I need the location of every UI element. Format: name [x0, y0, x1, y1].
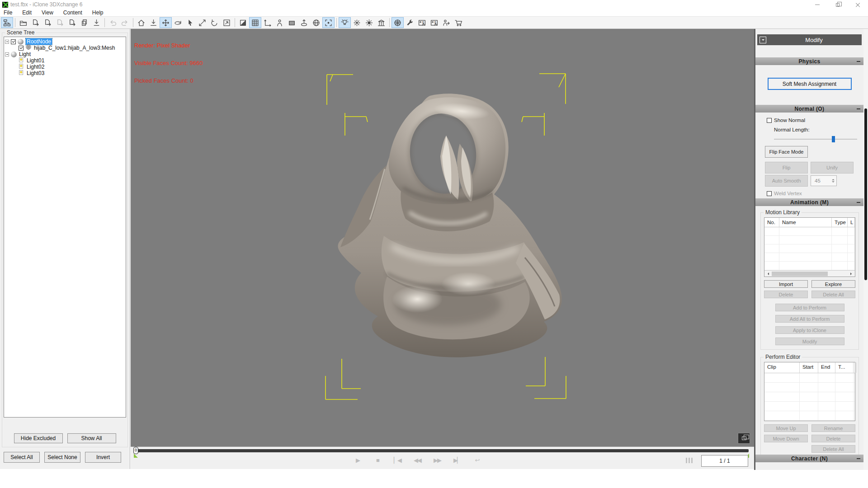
move-down-button[interactable]: Move Down	[764, 435, 808, 442]
flip-face-mode-button[interactable]: Flip Face Mode	[765, 146, 808, 158]
tree-node-rootnode[interactable]: RootNode	[5, 38, 125, 45]
reset-transform-button[interactable]	[208, 17, 221, 28]
visibility-checkbox[interactable]	[19, 46, 24, 51]
point-light-button[interactable]	[351, 17, 363, 28]
auto-smooth-button[interactable]: Auto Smooth	[765, 175, 808, 187]
delete-all-button[interactable]: Delete All	[811, 291, 855, 298]
tree-node-light03[interactable]: Light03	[19, 70, 125, 76]
table-hscrollbar[interactable]	[764, 270, 855, 277]
slider-track[interactable]	[774, 139, 857, 140]
tree-node-light02[interactable]: Light02	[19, 64, 125, 70]
collapse-icon[interactable]	[857, 202, 860, 203]
perform-delete-all-button[interactable]: Delete All	[811, 445, 855, 453]
collapse-icon[interactable]	[857, 458, 860, 459]
invert-button[interactable]: Invert	[85, 452, 121, 463]
redo-button[interactable]	[119, 17, 131, 28]
textured-mode-button[interactable]	[392, 17, 404, 28]
viewport-layout-button[interactable]	[738, 433, 750, 444]
timeline-track[interactable]	[136, 449, 749, 452]
auto-smooth-spinner[interactable]: 45	[811, 175, 837, 186]
play-button[interactable]: ▶	[353, 457, 362, 464]
add-to-perform-button[interactable]: Add to Perform	[775, 304, 844, 311]
axis-display-button[interactable]	[261, 17, 274, 28]
tree-node-light01[interactable]: Light01	[19, 57, 125, 64]
move-up-button[interactable]: Move Up	[764, 424, 808, 432]
flip-button[interactable]: Flip	[765, 162, 808, 174]
scrollbar-thumb[interactable]	[864, 108, 867, 280]
undo-button[interactable]	[107, 17, 119, 28]
menu-edit[interactable]: Edit	[22, 9, 32, 16]
buy-content-button[interactable]	[453, 17, 465, 28]
export-to-obj-button[interactable]	[54, 17, 66, 28]
3d-viewport[interactable]: Render: Pixel Shader Visible Faces Count…	[131, 29, 754, 446]
scroll-right-icon[interactable]	[849, 271, 855, 277]
select-none-button[interactable]: Select None	[44, 452, 80, 463]
show-normal-checkbox[interactable]	[767, 118, 772, 123]
collapse-expander-icon[interactable]	[5, 40, 9, 44]
add-all-to-perform-button[interactable]: Add All to Perform	[775, 315, 844, 323]
soft-mesh-assignment-button[interactable]: Soft Mesh Assignment	[768, 78, 852, 90]
apply-to-iclone-button[interactable]: Apply to iClone	[775, 326, 844, 334]
go-end-button[interactable]: ▶▏	[453, 457, 462, 464]
content-store-button[interactable]: $	[416, 17, 428, 28]
pick-tool-button[interactable]	[184, 17, 196, 28]
collapse-icon[interactable]	[857, 108, 860, 109]
collapse-icon[interactable]	[857, 61, 860, 62]
export-file-button[interactable]	[66, 17, 78, 28]
motion-library-table[interactable]: No. Name Type L	[764, 217, 855, 277]
panel-scrollbar[interactable]	[863, 29, 868, 470]
rename-button[interactable]: Rename	[811, 424, 855, 432]
show-all-button[interactable]: Show All	[67, 433, 116, 443]
weld-vertex-checkbox[interactable]	[767, 191, 772, 196]
menu-content[interactable]: Content	[63, 9, 82, 16]
hide-excluded-button[interactable]: Hide Excluded	[14, 433, 63, 443]
pack-project-button[interactable]	[78, 17, 90, 28]
open-file-button[interactable]	[17, 17, 29, 28]
export-character-button[interactable]	[440, 17, 453, 28]
delete-button[interactable]: Delete	[764, 291, 808, 298]
menu-help[interactable]: Help	[92, 9, 104, 16]
minimize-button[interactable]	[807, 0, 827, 9]
home-view-button[interactable]	[135, 17, 147, 28]
select-all-button[interactable]: Select All	[4, 452, 40, 463]
collapse-expander-icon[interactable]	[5, 52, 9, 56]
fast-forward-button[interactable]: ▶▶	[433, 457, 442, 464]
frame-subject-button[interactable]	[322, 17, 335, 28]
perform-delete-button[interactable]: Delete	[811, 435, 855, 442]
show-pivot-button[interactable]	[298, 17, 310, 28]
visibility-checkbox[interactable]	[11, 39, 16, 44]
move-tool-button[interactable]	[160, 17, 172, 28]
slider-handle[interactable]	[832, 136, 835, 142]
loop-button[interactable]: ↩	[472, 457, 481, 464]
menu-file[interactable]: File	[4, 9, 12, 16]
go-start-button[interactable]: ▏◀	[393, 457, 402, 464]
show-ground-plane-button[interactable]	[286, 17, 298, 28]
ambient-light-button[interactable]	[339, 17, 351, 28]
menu-view[interactable]: View	[42, 9, 53, 16]
export-to-bvh-button[interactable]	[42, 17, 54, 28]
shader-mode-button[interactable]	[237, 17, 249, 28]
stop-button[interactable]: ■	[373, 457, 382, 464]
physics-section-header[interactable]: Physics	[755, 57, 863, 65]
export-to-fbx-button[interactable]	[29, 17, 42, 28]
close-button[interactable]	[848, 0, 868, 9]
restore-button[interactable]	[827, 0, 848, 9]
perform-editor-table[interactable]: Clip Start End T...	[764, 362, 855, 421]
character-section-header[interactable]: Character (N)	[755, 455, 863, 462]
maximize-viewport-button[interactable]	[221, 17, 233, 28]
grid-toggle-button[interactable]	[249, 17, 261, 28]
import-button[interactable]: Import	[764, 280, 808, 288]
rotate-tool-button[interactable]	[172, 17, 184, 28]
playhead-handle[interactable]: 0	[133, 447, 138, 454]
panel-menu-icon[interactable]	[760, 37, 766, 43]
preferences-button[interactable]	[404, 17, 416, 28]
timeline-grip-icon[interactable]	[686, 458, 693, 463]
scroll-thumb[interactable]	[772, 272, 828, 276]
scene-tree-list[interactable]: RootNode hijab_C_low1:hijab_A_low3:Mesh …	[4, 37, 126, 418]
unify-button[interactable]: Unify	[811, 162, 854, 174]
scene-tree-toggle-button[interactable]	[1, 17, 13, 28]
drop-to-floor-button[interactable]	[147, 17, 160, 28]
modify-button[interactable]: Modify	[775, 338, 844, 345]
explore-button[interactable]: Explore	[811, 280, 855, 288]
spin-down-icon[interactable]	[832, 181, 835, 184]
